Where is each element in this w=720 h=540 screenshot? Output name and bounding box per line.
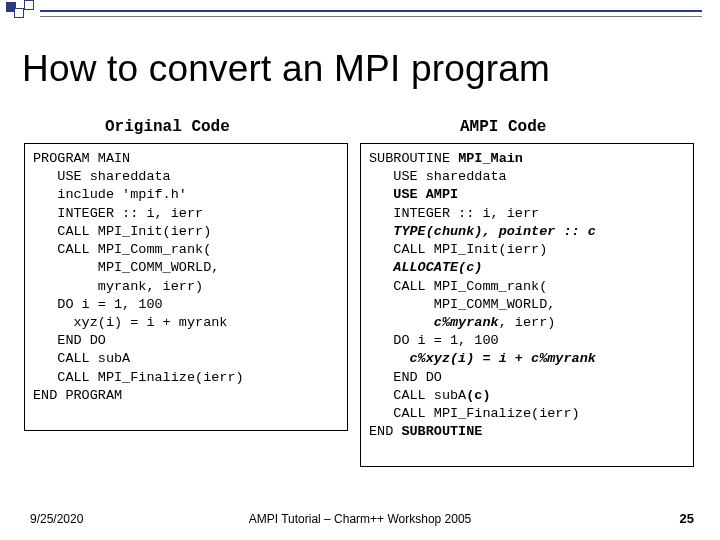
footer: 9/25/2020 AMPI Tutorial – Charm++ Worksh…	[0, 506, 720, 526]
code-box-ampi: SUBROUTINE MPI_Main USE shareddata USE A…	[360, 143, 694, 467]
heading-original-code: Original Code	[105, 118, 230, 136]
heading-ampi-code: AMPI Code	[460, 118, 546, 136]
code-box-original: PROGRAM MAIN USE shareddata include 'mpi…	[24, 143, 348, 431]
slide-title: How to convert an MPI program	[22, 48, 700, 90]
header-decoration	[0, 0, 720, 22]
footer-page-number: 25	[680, 511, 694, 526]
footer-center: AMPI Tutorial – Charm++ Workshop 2005	[0, 512, 720, 526]
